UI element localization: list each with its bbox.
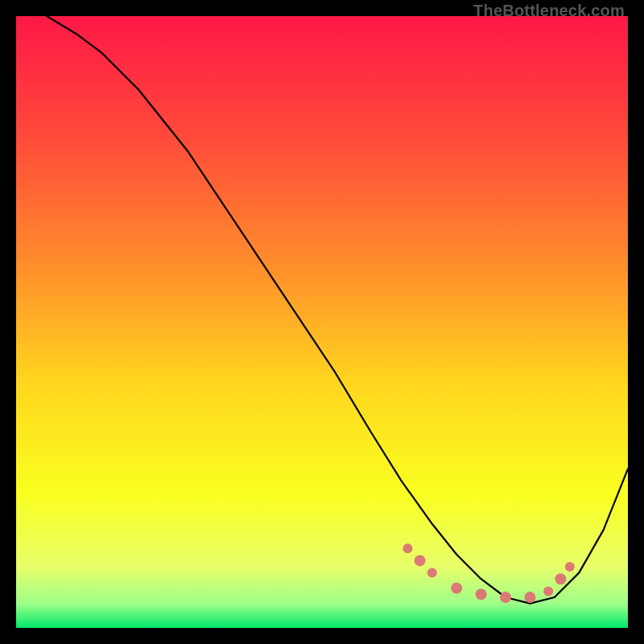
marker-point [476, 588, 487, 600]
marker-point [524, 592, 535, 603]
marker-point [500, 592, 511, 603]
chart-svg [16, 16, 628, 628]
watermark-text: TheBottleneck.com [473, 2, 625, 20]
marker-point [555, 573, 566, 584]
chart-frame: TheBottleneck.com [0, 0, 644, 644]
marker-point [415, 555, 426, 566]
plot-area [16, 16, 628, 628]
marker-point [427, 568, 437, 578]
gradient-background [16, 16, 628, 628]
marker-point [565, 562, 575, 572]
marker-point [543, 586, 553, 596]
marker-point [402, 543, 412, 553]
marker-point [451, 583, 462, 594]
